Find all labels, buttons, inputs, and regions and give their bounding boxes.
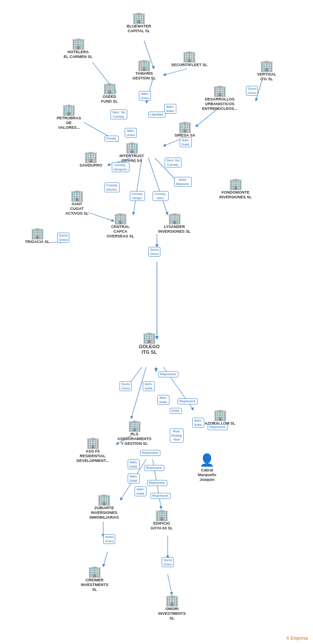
- label-golego: GOLEGOITG SL: [139, 344, 160, 355]
- label-desarrollos: DESARROLLOSURBANISTICOSENTRENUCLEOS...: [202, 97, 237, 111]
- badge-socio-unico-zubiarte: SocioÚnico: [103, 534, 115, 544]
- badge-socio-unico-vertisal: SocioÚnico: [246, 86, 258, 96]
- building-icon-golego: 🏢: [142, 332, 156, 343]
- badge-represent-azorallom: Represent.: [208, 424, 228, 430]
- badge-consej-secr-1: Consej.Secrec.: [104, 182, 120, 192]
- copyright: © Empresa: [286, 636, 308, 641]
- label-asg-f5: ASG F5RESIDENTIALDEVELOPMENT...: [77, 449, 109, 463]
- badge-socio-unico-golego: SocioÚnico: [120, 381, 132, 391]
- badge-consej-secr-2: Consej..Secr.: [153, 191, 169, 201]
- badge-adm-solid-1: Adm.Solid.: [164, 104, 176, 114]
- svg-line-17: [131, 367, 146, 419]
- badge-adm-solid-golego-1: Adm.Solid.: [143, 381, 155, 391]
- node-cabral: 👤 CabralMarqueñoJoaquin: [198, 453, 216, 482]
- building-icon-intertrust: 🏢: [125, 142, 139, 153]
- node-azorallom: 🏢 AZORALLOM SL: [205, 409, 236, 426]
- building-icon-asg-f5: 🏢: [86, 437, 100, 448]
- badge-liquidad: Liquidad.: [148, 112, 166, 118]
- building-icon-central-capca: 🏢: [114, 213, 127, 224]
- building-icon-securitifleet: 🏢: [182, 51, 196, 62]
- building-icon-oseed: 🏢: [103, 82, 117, 94]
- label-intertrust: INTERTRUST(SPAIN) SA: [120, 154, 144, 163]
- building-icon-bluewater: 🏢: [132, 12, 146, 23]
- badge-socio-unico-lysander: SocioÚnico: [148, 247, 160, 257]
- label-zubiarte: ZUBIARTEINVERSIONESINMOBILIARIAS: [89, 506, 119, 519]
- building-icon-tamaris: 🏢: [137, 59, 151, 70]
- node-sant-cugat: 🏢 SANTCUGATACTIVOS SL: [65, 190, 89, 216]
- badge-adm-mancom: Adm.Mancom.: [174, 177, 192, 187]
- badge-adm-solid-siresa: Adm.Solid.: [180, 137, 192, 147]
- badge-represent-asg-3: Represent.: [147, 480, 167, 486]
- badge-adm-unico-2: Adm.Único: [125, 128, 137, 138]
- badge-adm-solid-asg-2: Adm.Solid.: [128, 474, 140, 483]
- label-oseed: OSEEDFUND SL: [101, 94, 118, 104]
- badge-adm-solid-golego-2: Adm.Solid.: [157, 395, 169, 405]
- building-icon-petrobras: 🏢: [62, 104, 76, 115]
- badge-socio-unico-edificio-goya: SocioÚnico: [162, 557, 174, 567]
- node-trigacia: 🏢 TRIGACIA SL: [25, 228, 49, 244]
- building-icon-siresa: 🏢: [178, 121, 192, 132]
- building-icon-zubiarte: 🏢: [97, 494, 111, 505]
- label-petrobras: PETROBRASDEVALORES...: [57, 116, 81, 130]
- svg-line-26: [168, 574, 172, 595]
- label-hotelera: HOTELERAEL CARMEN SL: [64, 50, 92, 59]
- label-fondomonte: FONDOMONTEINVERSIONES SL: [219, 190, 252, 200]
- label-trigacia: TRIGACIA SL: [25, 240, 49, 244]
- node-intertrust: 🏢 INTERTRUST(SPAIN) SA: [120, 142, 144, 163]
- label-bluewater: BLUEWATER CAPITAL SL: [120, 24, 158, 33]
- node-asg-f5: 🏢 ASG F5RESIDENTIALDEVELOPMENT...: [77, 437, 109, 463]
- node-edificio-goya: 🏢 EDIFICIOGOYA 63 SL: [150, 509, 173, 531]
- connections-svg: [0, 0, 313, 644]
- badge-adm-solid-asg-1: Adm.Solid.: [128, 459, 140, 469]
- badge-consej-vicepres-1: Consej..Vicepres.: [112, 162, 129, 172]
- node-fondomonte: 🏢 FONDOMONTEINVERSIONES SL: [219, 178, 252, 200]
- badge-adm-solid-azorallom: Adm.Solid.: [192, 418, 204, 428]
- badge-solid: Solid.: [170, 408, 182, 414]
- building-icon-desarrollos: 🏢: [213, 85, 227, 96]
- badge-represent-asg-4: Represent.: [150, 493, 171, 499]
- node-desarrollos: 🏢 DESARROLLOSURBANISTICOSENTRENUCLEOS...: [202, 85, 237, 111]
- label-creimer: CREIMERINVESTMENTSSL: [81, 578, 108, 592]
- node-creimer: 🏢 CREIMERINVESTMENTSSL: [81, 566, 108, 592]
- building-icon-lysander: 🏢: [168, 213, 181, 224]
- node-lysander: 🏢 LYSANDERINVERSIONES SL: [158, 213, 191, 234]
- node-golego: 🏢 GOLEGOITG SL: [139, 332, 160, 355]
- building-icon-hotelera: 🏢: [71, 38, 85, 49]
- node-hotelera: 🏢 HOTELERAEL CARMEN SL: [64, 38, 92, 59]
- node-omori: 🏢 OMORIINVESTMENTSSL: [158, 595, 186, 620]
- badge-represent-asg-1: Represent.: [140, 450, 160, 456]
- svg-line-24: [103, 552, 107, 567]
- building-icon-edificio-goya: 🏢: [155, 509, 169, 520]
- label-cabral: CabralMarqueñoJoaquin: [198, 468, 216, 482]
- badge-presid: Presid.: [104, 136, 119, 142]
- label-sant-cugat: SANTCUGATACTIVOS SL: [65, 202, 89, 216]
- node-central-capca: 🏢 CENTRALCAPCAOVERSEAS SL: [107, 213, 134, 238]
- label-securitifleet: SECURITIFLEET SL: [171, 63, 208, 67]
- node-vertisal: 🏢 VERTISALITG SL: [257, 60, 276, 82]
- badge-socio-unico-trigacia: SocioÚnico: [57, 233, 69, 243]
- label-omori: OMORIINVESTMENTSSL: [158, 607, 186, 620]
- svg-line-10: [133, 158, 142, 215]
- svg-line-2: [163, 69, 187, 75]
- node-zubiarte: 🏢 ZUBIARTEINVERSIONESINMOBILIARIAS: [89, 494, 119, 519]
- building-icon-azorallom: 🏢: [213, 409, 227, 420]
- node-oseed: 🏢 OSEEDFUND SL: [101, 82, 118, 104]
- label-tamaris: TAMARISGESTION SL: [132, 71, 156, 81]
- badge-secr-no-consej-1: Secr. NoConsej.: [110, 109, 127, 119]
- label-central-capca: CENTRALCAPCAOVERSEAS SL: [107, 225, 134, 238]
- building-icon-rls: 🏢: [128, 420, 141, 431]
- badge-secr-no-consej-2: Secr. NoConsej.: [165, 158, 181, 167]
- label-rls: RLSASESORAMIENTOY GESTION SL: [117, 432, 151, 446]
- building-icon-savidupro: 🏢: [84, 151, 98, 162]
- label-savidupro: SAVIDUPRO: [80, 163, 102, 168]
- building-icon-omori: 🏢: [165, 595, 179, 606]
- badge-represent-1: Represent.: [158, 371, 178, 377]
- node-rls: 🏢 RLSASESORAMIENTOY GESTION SL: [117, 420, 151, 446]
- building-icon-vertisal: 🏢: [260, 60, 273, 71]
- building-icon-fondomonte: 🏢: [229, 178, 242, 189]
- label-vertisal: VERTISALITG SL: [257, 72, 276, 82]
- badge-represent-2: Represent.: [178, 398, 198, 404]
- badge-adm-solid-asg-3: Adm.Solid.: [135, 486, 147, 496]
- person-icon: 👤: [199, 453, 215, 467]
- node-bluewater: 🏢 BLUEWATER CAPITAL SL: [120, 12, 158, 33]
